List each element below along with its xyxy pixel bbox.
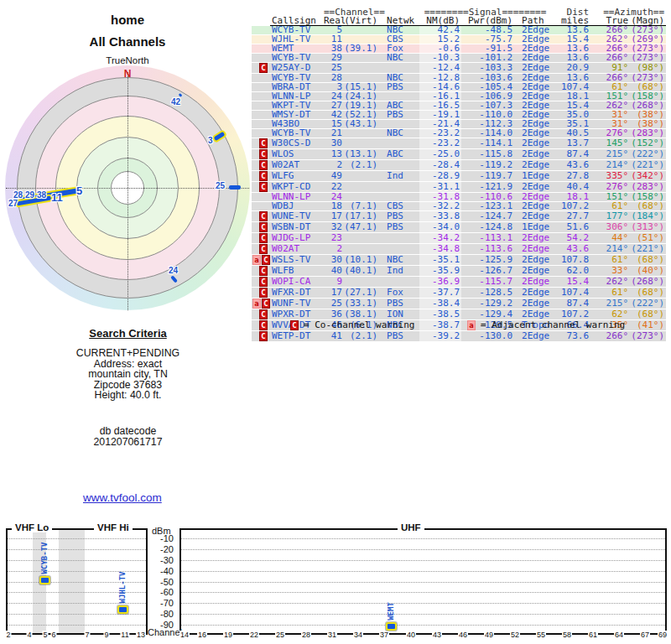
cell-pwr: -115.8 [461,149,514,160]
warning-markers [252,202,270,211]
cell-nm: -33.8 [419,211,461,222]
y-axis-tick-label: -80 [146,609,174,619]
channel-tick-label: 67 [640,631,650,639]
warning-markers: C [252,63,270,74]
channel-tick-label: 61 [588,631,598,639]
cell-miles: 27.7 [551,211,590,222]
cell-virt [344,171,384,182]
cell-pwr: -113.1 [461,233,514,244]
channel-tick-label: 13 [136,631,146,639]
cell-netwk: PBS [384,211,419,222]
warning-markers: C [252,138,270,149]
cell-netwk: ABC [384,149,419,160]
cell-miles: 73.6 [551,331,590,342]
section-label-vhf-lo: VHF Lo [12,522,52,532]
cell-netwk: PBS [384,111,419,120]
cell-path: 2Edge [514,129,551,138]
channel-tick-label: 2 [5,631,11,639]
north-letter: N [119,68,136,80]
cell-nm: -23.2 [419,138,461,149]
station-row: CWSBN-DT32(47.1)PBS-34.0-124.81Edge51.63… [252,222,666,233]
cell-netwk: NBC [384,255,419,266]
tvfool-link[interactable]: www.tvfool.com [83,491,162,504]
cell-pwr: -123.1 [461,202,514,211]
cell-nm: -36.9 [419,277,461,288]
cell-callsign: W02AT [270,160,324,171]
cell-callsign: WJDG-LP [270,233,324,244]
channel-tick-label: 14 [179,631,190,639]
cell-real: 2 [324,160,344,171]
station-row: WDBJ18(7.1)CBS-32.2-123.12Edge107.261°(6… [252,202,666,211]
cell-azTrue: 276° [590,129,630,138]
station-row: CWOPI-CA9-36.9-115.72Edge15.4262°(268°) [252,277,666,288]
y-axis-tick-label: -50 [146,577,174,587]
cell-miles: 87.4 [551,299,590,309]
station-row: aCWSLS-TV30(10.1)NBC-35.1-125.92Edge107.… [252,255,666,266]
cell-azTrue: 266° [590,331,630,342]
cochannel-warning-icon: C [259,331,268,341]
channel-tick-label: 11 [120,631,129,639]
warning-legend: C= Co-channel warning a= Adjacent channe… [252,319,671,331]
station-row: CW02AT2(2.1)-28.4-119.22Edge43.6214°(221… [252,160,666,171]
polar-channel-label: 5 [76,184,82,197]
cell-azTrue: 145° [590,138,630,149]
cell-azMagn: (221°) [630,244,666,255]
warning-markers: C [252,149,270,160]
cell-pwr: -130.0 [461,331,514,342]
station-row: CW30CS-D30-23.2-114.12Edge13.7145°(152°) [252,138,666,149]
cell-miles: 107.4 [551,288,590,299]
cell-azMagn: (51°) [630,233,666,244]
channel-tick-label: 6 [50,631,56,639]
adjacent-legend-text: = Adjacent channel warning [481,319,625,330]
column-header: (Virt) [344,17,384,26]
cell-miles: 51.6 [551,222,590,233]
signal-marker-label: WCYB-TV [40,534,49,574]
warning-markers: C [252,288,270,299]
cell-virt: (33.1) [344,299,384,309]
cell-azTrue: 177° [590,211,630,222]
cell-netwk: Ind [384,171,419,182]
cell-netwk: Ind [384,266,419,277]
cell-azMagn: (222°) [630,299,666,309]
cell-real: 9 [324,277,344,288]
db-datecode-line: db datecode [42,426,214,437]
cell-callsign: WCYB-TV [270,54,324,63]
cell-virt [344,63,384,74]
cell-azMagn: (68°) [630,202,666,211]
cell-nm: -34.8 [419,244,461,255]
cell-callsign: W02AT [270,244,324,255]
cell-azTrue: 61° [590,202,630,211]
cell-nm: -38.5 [419,309,461,320]
cell-path: 2Edge [514,244,551,255]
cochannel-warning-icon: C [259,138,268,148]
signal-marker-label: WEMT [387,596,395,621]
cochannel-warning-icon: C [259,277,268,287]
db-datecode: db datecode201207061717 [42,426,214,447]
cell-miles: 13.7 [551,138,590,149]
cell-virt [344,233,384,244]
cell-real: 40 [324,266,344,277]
cell-azMagn: (68°) [630,309,666,320]
cell-path: 2Edge [514,202,551,211]
tvfool-signal-report: home All Channels TrueNorth 423255113829… [0,0,671,644]
cell-netwk: PBS [384,299,419,309]
cochannel-warning-icon: C [259,288,268,298]
cell-virt [344,138,384,149]
cell-azMagn: (273°) [630,54,666,63]
cochannel-warning-icon: C [259,266,268,276]
cell-real: 41 [324,331,344,342]
gridline [181,625,665,626]
station-row: WCYB-TV29NBC-10.3-101.22Edge13.6266°(273… [252,54,666,63]
cell-azTrue: 61° [590,288,630,299]
cell-path: 2Edge [514,149,551,160]
cell-netwk: PBS [384,331,419,342]
cell-pwr: -119.7 [461,171,514,182]
warning-markers: C [252,244,270,255]
warning-markers: C [252,171,270,182]
cell-nm: -38.4 [419,299,461,309]
cell-callsign: WSBN-DT [270,222,324,233]
cell-miles: 27.8 [551,171,590,182]
warning-markers: aC [252,299,270,309]
cell-nm: -25.0 [419,149,461,160]
cochannel-warning-icon: C [259,309,268,319]
